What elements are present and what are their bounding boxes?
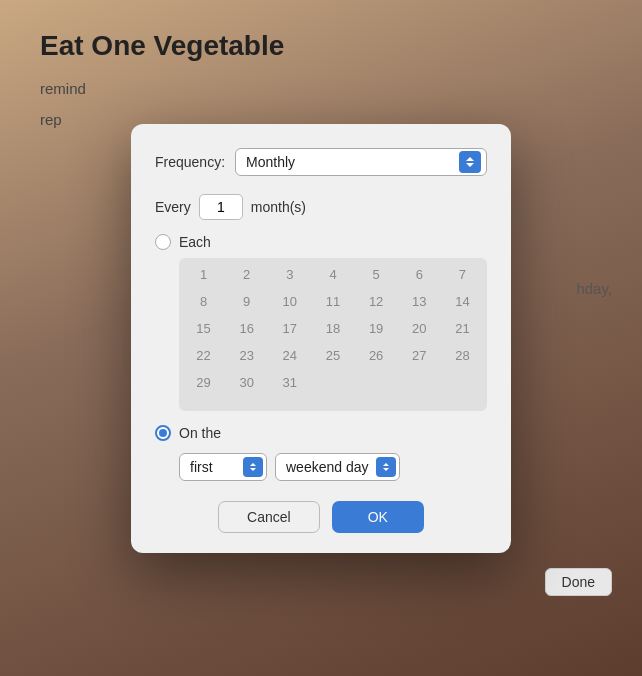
cal-day-11[interactable]: 11 [312,289,353,314]
cal-day-8[interactable]: 8 [183,289,224,314]
buttons-row: Cancel OK [155,501,487,533]
cal-day-14[interactable]: 14 [442,289,483,314]
cal-day-22[interactable]: 22 [183,343,224,368]
modal-backdrop: Frequency: Monthly Daily Weekly Yearly E… [0,0,642,676]
cal-day-4[interactable]: 4 [312,262,353,287]
cal-day-31[interactable]: 31 [269,370,310,395]
each-row: Each [155,234,487,250]
cal-day-12[interactable]: 12 [356,289,397,314]
on-the-radio[interactable] [155,425,171,441]
cal-empty-6 [226,397,267,407]
each-radio[interactable] [155,234,171,250]
cal-day-2[interactable]: 2 [226,262,267,287]
cal-day-30[interactable]: 30 [226,370,267,395]
every-label: Every [155,199,191,215]
first-select[interactable]: first second third fourth last [179,453,267,481]
on-the-selects: first second third fourth last weekend d… [179,453,487,481]
every-row: Every month(s) [155,194,487,220]
cal-day-28[interactable]: 28 [442,343,483,368]
day-select-wrapper[interactable]: weekend day day weekday Sunday Monday Tu… [275,453,400,481]
cal-empty-5 [183,397,224,407]
cal-day-3[interactable]: 3 [269,262,310,287]
cal-empty-1 [312,370,353,395]
cal-day-16[interactable]: 16 [226,316,267,341]
each-label: Each [179,234,211,250]
frequency-select-wrapper[interactable]: Monthly Daily Weekly Yearly [235,148,487,176]
cal-day-9[interactable]: 9 [226,289,267,314]
on-the-row: On the [155,425,487,441]
frequency-row: Frequency: Monthly Daily Weekly Yearly [155,148,487,176]
cal-day-26[interactable]: 26 [356,343,397,368]
cal-empty-4 [442,370,483,395]
cal-day-7[interactable]: 7 [442,262,483,287]
cal-day-29[interactable]: 29 [183,370,224,395]
on-the-label: On the [179,425,221,441]
cal-day-20[interactable]: 20 [399,316,440,341]
cancel-button[interactable]: Cancel [218,501,320,533]
cal-empty-3 [399,370,440,395]
cal-day-27[interactable]: 27 [399,343,440,368]
cal-day-15[interactable]: 15 [183,316,224,341]
months-label: month(s) [251,199,306,215]
cal-day-24[interactable]: 24 [269,343,310,368]
cal-day-21[interactable]: 21 [442,316,483,341]
cal-day-18[interactable]: 18 [312,316,353,341]
frequency-select[interactable]: Monthly Daily Weekly Yearly [235,148,487,176]
calendar-grid: 1 2 3 4 5 6 7 8 9 10 11 12 13 14 15 16 1… [179,258,487,411]
day-select[interactable]: weekend day day weekday Sunday Monday Tu… [275,453,400,481]
ok-button[interactable]: OK [332,501,424,533]
cal-day-10[interactable]: 10 [269,289,310,314]
cal-day-19[interactable]: 19 [356,316,397,341]
modal-dialog: Frequency: Monthly Daily Weekly Yearly E… [131,124,511,553]
cal-day-13[interactable]: 13 [399,289,440,314]
cal-day-1[interactable]: 1 [183,262,224,287]
cal-day-25[interactable]: 25 [312,343,353,368]
first-select-wrapper[interactable]: first second third fourth last [179,453,267,481]
frequency-label: Frequency: [155,154,225,170]
cal-day-17[interactable]: 17 [269,316,310,341]
cal-day-5[interactable]: 5 [356,262,397,287]
cal-day-6[interactable]: 6 [399,262,440,287]
every-input[interactable] [199,194,243,220]
cal-empty-2 [356,370,397,395]
cal-day-23[interactable]: 23 [226,343,267,368]
